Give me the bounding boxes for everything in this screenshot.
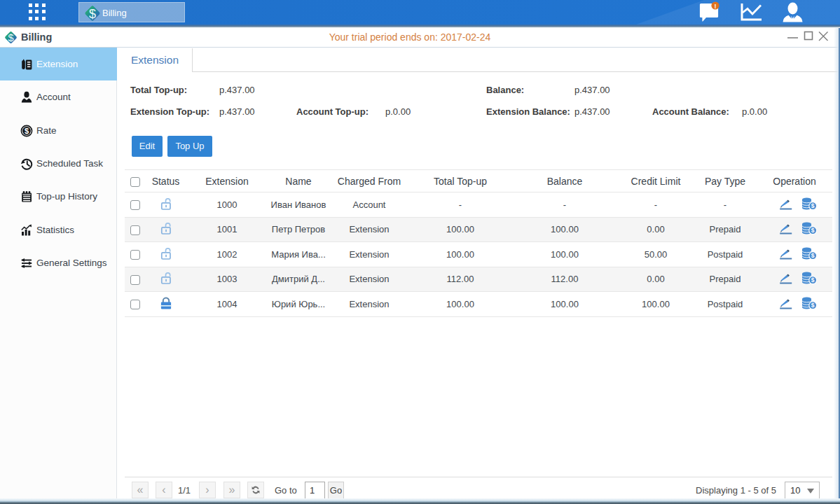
- svg-text:$: $: [25, 127, 29, 135]
- svg-text:!: !: [715, 3, 717, 10]
- svg-text:$: $: [811, 252, 815, 259]
- svg-text:$: $: [89, 7, 96, 21]
- svg-text:$: $: [811, 202, 815, 209]
- svg-text:$: $: [811, 302, 815, 309]
- svg-text:$: $: [811, 227, 815, 234]
- svg-text:$: $: [811, 276, 815, 284]
